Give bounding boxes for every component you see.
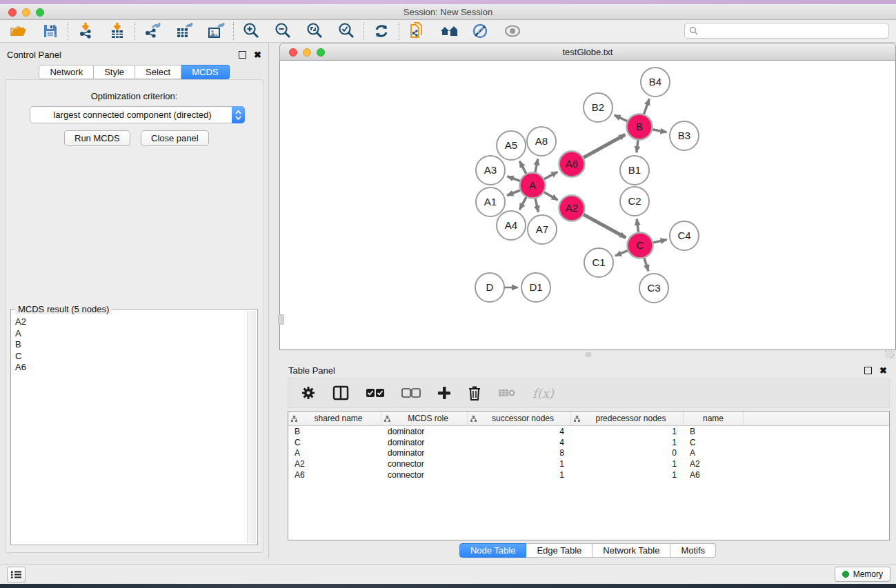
tab-node-table[interactable]: Node Table bbox=[459, 543, 527, 558]
column-header-name[interactable]: name bbox=[684, 412, 744, 425]
node-C2[interactable]: C2 bbox=[620, 187, 649, 216]
refresh-icon[interactable] bbox=[372, 22, 390, 40]
mcds-result-item[interactable]: A2 bbox=[12, 316, 247, 328]
cell-predecessor-nodes[interactable]: 1 bbox=[571, 427, 684, 436]
node-A1[interactable]: A1 bbox=[476, 187, 505, 216]
mcds-result-item[interactable]: A6 bbox=[12, 362, 247, 374]
close-panel-button[interactable]: Close panel bbox=[141, 130, 209, 146]
tab-style[interactable]: Style bbox=[94, 65, 135, 79]
close-view-button[interactable] bbox=[289, 48, 297, 57]
unselect-all-columns-icon[interactable] bbox=[401, 383, 421, 403]
cell-successor-nodes[interactable]: 4 bbox=[468, 427, 571, 436]
table-row[interactable]: Adominator80A bbox=[288, 448, 889, 459]
column-header-predecessor-nodes[interactable]: predecessor nodes bbox=[571, 412, 684, 425]
node-A6[interactable]: A6 bbox=[559, 152, 585, 177]
column-header-shared-name[interactable]: shared name bbox=[288, 412, 381, 425]
select-all-columns-icon[interactable] bbox=[366, 383, 385, 403]
show-task-history-button[interactable] bbox=[7, 567, 26, 582]
cell-successor-nodes[interactable]: 4 bbox=[468, 438, 571, 447]
show-columns-icon[interactable] bbox=[332, 383, 349, 403]
export-image-icon[interactable] bbox=[207, 22, 225, 40]
cell-mcds-role[interactable]: connector bbox=[381, 470, 468, 480]
zoom-view-button[interactable] bbox=[317, 48, 325, 57]
mcds-result-item[interactable]: B bbox=[12, 339, 247, 351]
zoom-fit-icon[interactable] bbox=[306, 22, 323, 40]
node-A8[interactable]: A8 bbox=[527, 127, 556, 156]
table-row[interactable]: A6connector11A6 bbox=[288, 469, 889, 480]
minimize-window-button[interactable] bbox=[22, 8, 30, 17]
cell-mcds-role[interactable]: dominator bbox=[381, 438, 468, 447]
close-table-panel-icon[interactable]: ✖ bbox=[879, 367, 887, 374]
cell-shared-name[interactable]: A2 bbox=[288, 459, 381, 469]
tab-select[interactable]: Select bbox=[135, 65, 181, 79]
import-network-icon[interactable] bbox=[77, 22, 94, 40]
cell-mcds-role[interactable]: connector bbox=[381, 459, 468, 469]
cell-name[interactable]: A bbox=[684, 448, 744, 458]
resize-grip-icon[interactable] bbox=[885, 349, 895, 358]
node-D[interactable]: D bbox=[475, 273, 504, 302]
cell-shared-name[interactable]: B bbox=[288, 427, 381, 436]
table-row[interactable]: Cdominator41C bbox=[288, 437, 889, 448]
cell-shared-name[interactable]: A bbox=[288, 448, 381, 458]
delete-column-trash-icon[interactable] bbox=[468, 383, 481, 403]
close-window-button[interactable] bbox=[8, 8, 17, 17]
vertical-scrollbar-thumb[interactable] bbox=[278, 314, 284, 325]
network-canvas[interactable]: B4B2BB3A5A8A6A3B1AA1C2A2A4A7C4CC1DD1C3 bbox=[279, 61, 896, 350]
table-row[interactable]: Bdominator41B bbox=[288, 426, 889, 437]
cell-mcds-role[interactable]: dominator bbox=[381, 448, 468, 458]
function-builder-icon[interactable]: f(x) bbox=[532, 383, 554, 403]
node-B2[interactable]: B2 bbox=[584, 93, 613, 122]
node-C1[interactable]: C1 bbox=[584, 248, 613, 277]
tab-edge-table[interactable]: Edge Table bbox=[526, 543, 593, 558]
node-D1[interactable]: D1 bbox=[521, 273, 550, 302]
node-C4[interactable]: C4 bbox=[670, 221, 699, 250]
delete-table-icon[interactable] bbox=[498, 383, 516, 403]
import-table-icon[interactable] bbox=[108, 22, 126, 40]
hide-graphics-details-icon[interactable] bbox=[471, 22, 489, 40]
node-A3[interactable]: A3 bbox=[476, 156, 505, 185]
mcds-result-item[interactable]: A bbox=[12, 328, 247, 340]
node-B4[interactable]: B4 bbox=[641, 68, 670, 97]
table-settings-gear-icon[interactable] bbox=[301, 383, 316, 403]
cell-predecessor-nodes[interactable]: 1 bbox=[571, 470, 684, 480]
memory-button[interactable]: Memory bbox=[835, 567, 890, 582]
optimization-criterion-select[interactable]: largest connected component (directed) bbox=[30, 106, 245, 123]
cell-predecessor-nodes[interactable]: 0 bbox=[571, 448, 684, 458]
node-B[interactable]: B bbox=[627, 114, 653, 140]
export-network-icon[interactable] bbox=[143, 22, 161, 40]
cell-name[interactable]: A6 bbox=[684, 470, 744, 480]
node-A7[interactable]: A7 bbox=[528, 215, 557, 244]
node-B1[interactable]: B1 bbox=[620, 156, 649, 185]
cell-predecessor-nodes[interactable]: 1 bbox=[571, 459, 684, 469]
float-table-panel-icon[interactable] bbox=[864, 367, 872, 374]
zoom-in-icon[interactable] bbox=[242, 22, 260, 40]
node-A5[interactable]: A5 bbox=[497, 131, 526, 160]
cell-mcds-role[interactable]: dominator bbox=[381, 427, 468, 436]
duplicate-network-icon[interactable] bbox=[408, 22, 426, 40]
cell-shared-name[interactable]: A6 bbox=[288, 470, 381, 480]
node-A2[interactable]: A2 bbox=[559, 196, 585, 221]
cell-name[interactable]: A2 bbox=[684, 459, 744, 469]
mcds-result-item[interactable]: C bbox=[12, 351, 247, 363]
open-session-icon[interactable] bbox=[10, 22, 28, 40]
node-C3[interactable]: C3 bbox=[639, 274, 668, 303]
search-input[interactable] bbox=[701, 24, 884, 37]
cell-successor-nodes[interactable]: 8 bbox=[468, 448, 571, 458]
home-icon[interactable] bbox=[439, 22, 457, 40]
cell-predecessor-nodes[interactable]: 1 bbox=[571, 438, 684, 447]
node-A[interactable]: A bbox=[520, 173, 546, 199]
cell-shared-name[interactable]: C bbox=[288, 438, 381, 447]
minimize-view-button[interactable] bbox=[303, 48, 311, 57]
create-column-icon[interactable] bbox=[437, 383, 451, 403]
zoom-out-icon[interactable] bbox=[274, 22, 292, 40]
node-A4[interactable]: A4 bbox=[497, 211, 526, 240]
zoom-window-button[interactable] bbox=[36, 8, 44, 17]
float-panel-icon[interactable] bbox=[239, 51, 246, 59]
node-B3[interactable]: B3 bbox=[670, 121, 699, 150]
tab-mcds[interactable]: MCDS bbox=[181, 65, 229, 79]
cell-successor-nodes[interactable]: 1 bbox=[468, 459, 571, 469]
mcds-result-scrollbar[interactable] bbox=[247, 311, 256, 543]
close-panel-icon[interactable]: ✖ bbox=[254, 51, 261, 59]
column-header-successor-nodes[interactable]: successor nodes bbox=[468, 412, 571, 425]
run-mcds-button[interactable]: Run MCDS bbox=[64, 130, 130, 146]
